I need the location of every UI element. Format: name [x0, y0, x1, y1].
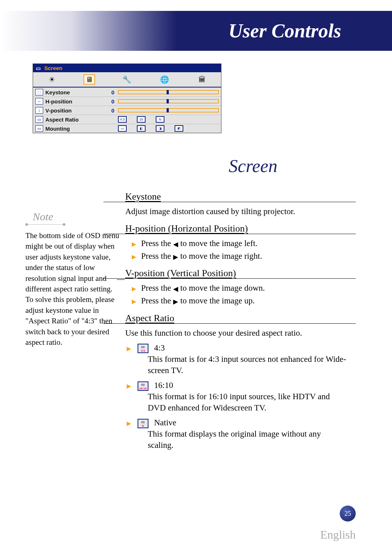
hpos-label: H-position	[45, 98, 103, 105]
osd-row-keystone: ⬚ Keystone 0	[33, 87, 221, 97]
aspect-16-10-label: 16:10	[154, 381, 173, 390]
note-connector-line	[117, 279, 125, 280]
vpos-icon: ↕	[35, 107, 43, 114]
left-arrow-icon: ◀	[173, 240, 178, 249]
bullet-icon: ▶	[127, 383, 131, 389]
vpos-slider	[118, 108, 219, 113]
osd-tab-4: 🌐	[159, 74, 171, 85]
aspect-label: Aspect Ratio	[45, 116, 103, 123]
aspect-item-native: ▶ ▭N Native This format displays the ori…	[127, 417, 356, 451]
aspect-item-4-3: ▶ ▭4:3 4:3 This format is for 4:3 input …	[127, 342, 356, 376]
aspect-4-3-desc: This format is for 4:3 input sources not…	[148, 353, 348, 376]
aspect-native-desc: This format displays the original image …	[148, 428, 348, 451]
language-label: English	[320, 528, 356, 541]
hpos-bullet-1: ▶ Press the ◀ to move the image left.	[132, 238, 356, 249]
content-body: Keystone Adjust image distortion caused …	[125, 185, 356, 451]
hpos-value: 0	[103, 98, 114, 105]
mount-icon-1: ▭	[118, 125, 127, 132]
right-arrow-icon: ▶	[173, 297, 178, 306]
osd-title-text: Screen	[44, 65, 62, 71]
vpos-label: V-position	[45, 107, 103, 114]
osd-tab-1: ☀	[46, 74, 58, 85]
osd-tab-2-active: 🖥	[83, 74, 95, 85]
vpos-bullet-1: ▶ Press the ◀ to move the image down.	[132, 282, 356, 294]
bullet-icon: ▶	[132, 254, 136, 260]
note-label: Note	[33, 210, 53, 223]
osd-row-hpos: ↔ H-position 0	[33, 97, 221, 106]
aspect-native-label: Native	[154, 418, 176, 427]
osd-tabs: ☀ 🖥 🔧 🌐 🏛	[33, 72, 221, 87]
bullet-icon: ▶	[127, 346, 131, 352]
mount-icons: ▭ ◧ ◨ ◩	[118, 125, 183, 132]
aspect-heading: Aspect Ratio	[125, 312, 356, 324]
aspect-4-3-icon: 4:3	[118, 116, 127, 123]
osd-row-aspect: ▭ Aspect Ratio 4:3 16 N	[33, 115, 221, 124]
note-text: The bottom side of OSD menu might be out…	[25, 230, 120, 348]
osd-tab-5: 🏛	[196, 74, 208, 85]
keystone-value: 0	[103, 89, 114, 95]
mount-icon-4: ◩	[175, 125, 183, 132]
page-number: 25	[340, 506, 356, 522]
osd-row-mounting: ▭ Mounting ▭ ◧ ◨ ◩	[33, 124, 221, 133]
aspect-icon: ▭	[35, 116, 43, 123]
aspect-icons: 4:3 16 N	[118, 116, 164, 123]
page-header-title: User Controls	[228, 20, 341, 42]
osd-titlebar: ▭ Screen	[33, 64, 221, 72]
aspect-intro: Use this function to choose your desired…	[125, 327, 356, 339]
mounting-label: Mounting	[45, 126, 103, 132]
mount-icon-3: ◨	[156, 125, 164, 132]
keystone-heading: Keystone	[125, 190, 356, 203]
bullet-icon: ▶	[132, 286, 136, 292]
hpos-bullet-2: ▶ Press the ▶ to move the image right.	[132, 250, 356, 262]
aspect-native-icon: N	[156, 116, 164, 123]
section-title: Screen	[229, 155, 277, 176]
hpos-heading: H-position (Horizontal Position)	[125, 222, 356, 235]
aspect-16-10-icon: ▭16:10	[138, 381, 148, 391]
header-bar: User Controls	[0, 11, 392, 51]
osd-tab-3: 🔧	[121, 74, 133, 85]
vpos-heading: V-position (Vertical Position)	[125, 267, 356, 279]
keystone-icon: ⬚	[35, 89, 43, 95]
projector-icon: ▭	[36, 65, 41, 71]
keystone-label: Keystone	[45, 89, 103, 95]
right-arrow-icon: ▶	[173, 253, 178, 261]
osd-row-vpos: ↕ V-position 0	[33, 106, 221, 115]
osd-rows: ⬚ Keystone 0 ↔ H-position 0 ↕ V-position…	[33, 87, 221, 133]
mounting-icon: ▭	[35, 125, 43, 132]
hpos-slider	[118, 99, 219, 103]
keystone-body: Adjust image distortion caused by tiltin…	[125, 206, 356, 217]
note-underline	[25, 224, 65, 225]
bullet-icon: ▶	[132, 298, 136, 304]
hpos-icon: ↔	[35, 98, 43, 105]
aspect-16-10-desc: This format is for 16:10 input sources, …	[148, 391, 348, 413]
bullet-icon: ▶	[132, 241, 136, 247]
left-arrow-icon: ◀	[173, 285, 178, 293]
keystone-slider	[118, 90, 219, 94]
aspect-native-icon: ▭N	[138, 419, 148, 428]
bullet-icon: ▶	[127, 420, 131, 426]
aspect-4-3-label: 4:3	[154, 343, 165, 352]
aspect-16-10-icon: 16	[137, 116, 146, 123]
aspect-item-16-10: ▶ ▭16:10 16:10 This format is for 16:10 …	[127, 380, 356, 413]
osd-screenshot: ▭ Screen ☀ 🖥 🔧 🌐 🏛 ⬚ Keystone 0 ↔ H-posi…	[33, 64, 221, 133]
aspect-4-3-icon: ▭4:3	[138, 344, 148, 353]
mount-icon-2: ◧	[137, 125, 146, 132]
vpos-value: 0	[103, 107, 114, 114]
vpos-bullet-2: ▶ Press the ▶ to move the image up.	[132, 295, 356, 306]
